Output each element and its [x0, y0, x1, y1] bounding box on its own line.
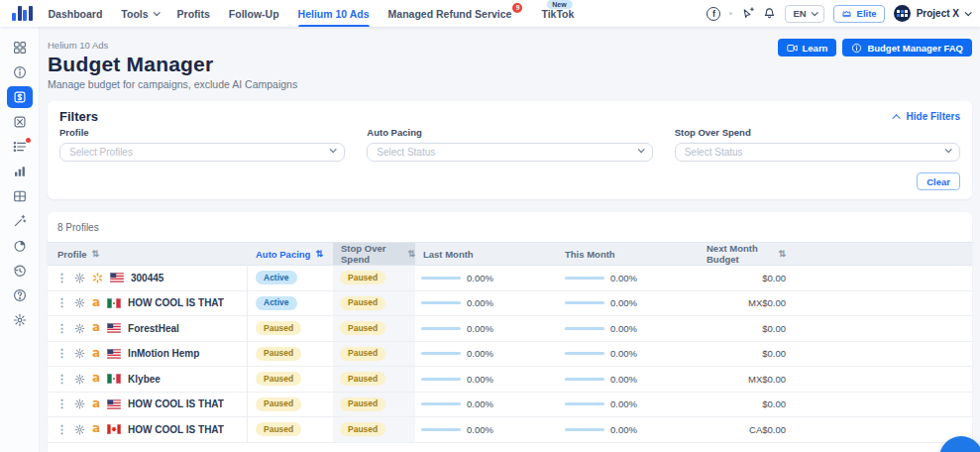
- this-month-value: 0.00%: [610, 348, 637, 359]
- marketplace-amazon-icon: a: [92, 298, 100, 308]
- profile-name: InMotion Hemp: [128, 348, 199, 359]
- chevron-down-icon: [153, 9, 160, 16]
- cursor-plus-icon[interactable]: [741, 7, 754, 20]
- this-month-progress-bar: [565, 277, 604, 280]
- profile-name: HOW COOL IS THAT: [128, 424, 224, 435]
- marketplace-amazon-icon: a: [92, 424, 100, 434]
- nav-item-dashboard[interactable]: Dashboard: [49, 0, 103, 27]
- row-menu-icon[interactable]: ⋮: [56, 273, 67, 283]
- chevron-down-icon: [811, 9, 817, 16]
- auto-pacing-badge: Paused: [256, 347, 301, 361]
- sidebar-item-help[interactable]: [7, 284, 33, 306]
- hide-filters-link[interactable]: Hide Filters: [895, 111, 960, 122]
- sidebar-item-data-table[interactable]: [7, 185, 33, 207]
- breadcrumb[interactable]: Helium 10 Ads: [48, 40, 297, 51]
- row-menu-icon[interactable]: ⋮: [56, 374, 67, 385]
- last-month-progress-bar: [421, 352, 461, 355]
- sidebar-item-package[interactable]: [7, 111, 33, 133]
- column-header-last-month: Last Month: [415, 243, 557, 265]
- sidebar-item-bar-chart[interactable]: [7, 161, 33, 182]
- this-month-value: 0.00%: [610, 323, 637, 334]
- clear-filters-button[interactable]: Clear: [917, 172, 960, 190]
- table-row: ⋮ a HOW COOL IS THAT Paused Paused 0.00%…: [48, 393, 972, 418]
- row-menu-icon[interactable]: ⋮: [56, 424, 67, 435]
- language-select[interactable]: EN: [785, 5, 823, 23]
- row-settings-icon[interactable]: [74, 398, 85, 409]
- next-month-budget: CA$0.00: [699, 417, 798, 442]
- profile-cell: ⋮ a HOW COOL IS THAT: [48, 393, 248, 417]
- column-header-profile[interactable]: Profile⇅: [48, 243, 248, 265]
- nav-item-follow-up[interactable]: Follow-Up: [229, 0, 279, 27]
- nav-item-profits[interactable]: Profits: [177, 0, 210, 27]
- flag-us-icon: [107, 399, 121, 409]
- next-month-budget: $0.00: [699, 342, 798, 367]
- budget-manager-faq-button[interactable]: Budget Manager FAQ: [842, 39, 972, 56]
- last-month-value: 0.00%: [467, 323, 493, 334]
- next-month-budget: $0.00: [699, 266, 798, 290]
- facebook-icon[interactable]: f: [707, 7, 720, 21]
- account-menu[interactable]: Project X: [894, 5, 970, 22]
- auto-pacing-badge: Paused: [256, 372, 301, 386]
- row-menu-icon[interactable]: ⋮: [56, 348, 67, 359]
- stop-over-spend-badge: Paused: [340, 397, 385, 411]
- sidebar-item-dashboard[interactable]: [7, 61, 33, 83]
- stop-over-spend-filter-select[interactable]: [675, 143, 960, 162]
- column-header-this-month: This Month: [557, 243, 699, 265]
- helium10-logo[interactable]: [12, 6, 33, 21]
- row-settings-icon[interactable]: [74, 348, 85, 359]
- notifications-bell-icon[interactable]: [763, 7, 776, 20]
- marketplace-amazon-icon: a: [92, 374, 100, 384]
- profile-cell: ⋮ a ForestHeal: [48, 316, 248, 341]
- sidebar-item-tasks-list[interactable]: [7, 136, 33, 158]
- nav-item-tools[interactable]: Tools: [121, 0, 158, 27]
- this-month-value: 0.00%: [610, 424, 637, 435]
- budget-manager-icon: [13, 90, 27, 104]
- sidebar-item-magic-wand[interactable]: [7, 210, 33, 232]
- auto-pacing-badge: Paused: [256, 397, 301, 411]
- row-settings-icon[interactable]: [74, 273, 85, 283]
- profile-filter-select[interactable]: [59, 143, 345, 162]
- profile-cell: ⋮ a HOW COOL IS THAT: [48, 291, 248, 316]
- chevron-up-icon: [892, 114, 900, 122]
- nav-item-tiktok[interactable]: TikTokNew: [541, 0, 574, 27]
- sidebar-item-budget-manager[interactable]: [7, 86, 33, 108]
- sidebar-item-apps-grid[interactable]: [7, 37, 33, 58]
- last-month-value: 0.00%: [467, 348, 493, 359]
- row-menu-icon[interactable]: ⋮: [56, 398, 67, 409]
- flag-us-icon: [107, 323, 121, 333]
- column-header-stop-over-spend[interactable]: Stop Over Spend⇅: [333, 243, 415, 265]
- column-header-next-month-budget[interactable]: Next Month Budget⇅: [699, 243, 798, 265]
- plan-label: Elite: [857, 8, 877, 19]
- sidebar-item-pie-chart[interactable]: [7, 235, 33, 257]
- auto-pacing-filter-select[interactable]: [367, 143, 652, 162]
- last-month-progress-bar: [421, 301, 461, 304]
- row-settings-icon[interactable]: [74, 424, 85, 435]
- marketplace-amazon-icon: a: [92, 349, 100, 359]
- row-settings-icon[interactable]: [74, 374, 85, 385]
- this-month-value: 0.00%: [610, 273, 637, 283]
- elite-plan-button[interactable]: Elite: [833, 5, 885, 23]
- row-settings-icon[interactable]: [74, 297, 85, 308]
- stop-over-spend-badge: Paused: [340, 271, 385, 284]
- auto-pacing-badge: Paused: [256, 422, 301, 436]
- sidebar-item-history[interactable]: [7, 260, 33, 282]
- row-settings-icon[interactable]: [74, 323, 85, 334]
- row-menu-icon[interactable]: ⋮: [56, 297, 67, 308]
- last-month-progress-bar: [421, 277, 461, 280]
- nav-item-managed-refund-service[interactable]: Managed Refund Service9: [388, 0, 523, 27]
- last-month-progress-bar: [421, 428, 461, 431]
- sidebar-item-settings[interactable]: [7, 309, 33, 331]
- sort-icon: ⇅: [778, 250, 786, 259]
- nav-item-helium-10-ads[interactable]: Helium 10 Ads: [298, 0, 370, 27]
- dot-separator: [729, 12, 732, 15]
- column-header-auto-pacing[interactable]: Auto Pacing⇅: [248, 243, 333, 265]
- profile-cell: ⋮ a Klybee: [48, 367, 248, 392]
- stop-over-spend-badge: Paused: [340, 372, 385, 386]
- notification-dot: [26, 138, 31, 143]
- row-menu-icon[interactable]: ⋮: [56, 323, 67, 334]
- notification-badge: 9: [512, 3, 522, 13]
- learn-button[interactable]: Learn: [778, 39, 837, 56]
- package-icon: [13, 115, 27, 129]
- bar-chart-icon: [13, 165, 27, 178]
- topbar-right: f EN Elite Project X: [707, 5, 970, 23]
